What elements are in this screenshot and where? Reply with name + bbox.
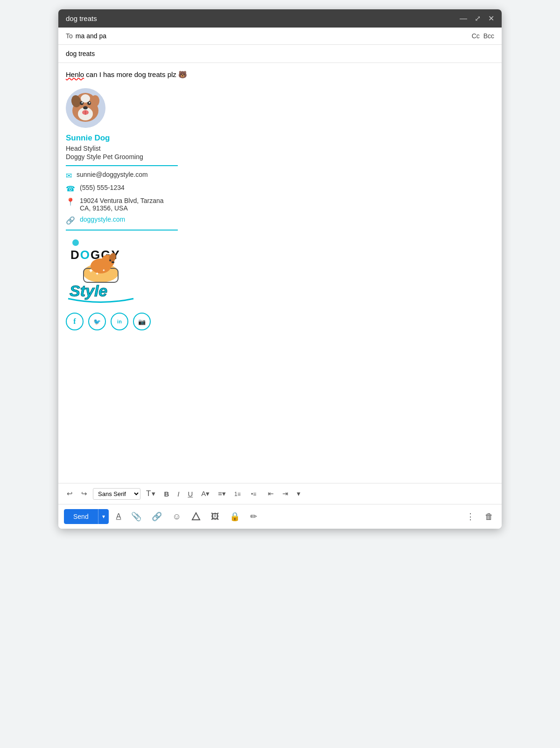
sig-address: 19024 Ventura Blvd, Tarzana CA, 91356, U… (80, 197, 164, 212)
svg-text:✦: ✦ (102, 268, 105, 273)
svg-text:•≡: •≡ (251, 491, 256, 497)
sig-divider-bottom (66, 230, 178, 231)
sig-phone-item: ☎ (555) 555-1234 (66, 184, 494, 193)
bcc-label[interactable]: Bcc (483, 32, 494, 40)
link-icon: 🔗 (66, 216, 75, 225)
to-input[interactable] (76, 32, 472, 40)
italic-button[interactable]: I (175, 488, 182, 500)
sig-company: Doggy Style Pet Grooming (66, 153, 494, 161)
svg-marker-29 (192, 513, 200, 520)
bold-button[interactable]: B (161, 488, 172, 500)
more-options-bottom-button[interactable]: ⋮ (463, 510, 477, 524)
signature-block: Sunnie Dog Head Stylist Doggy Style Pet … (66, 88, 494, 330)
insert-link-button[interactable]: 🔗 (149, 510, 165, 524)
sig-website-link[interactable]: doggystyle.com (80, 216, 125, 223)
instagram-icon-btn[interactable]: 📷 (133, 313, 151, 330)
window-title: dog treats (66, 14, 97, 22)
instagram-label: 📷 (138, 318, 146, 325)
svg-text:✦: ✦ (88, 267, 94, 274)
sig-phone: (555) 555-1234 (80, 184, 125, 191)
social-icons-row: f 🐦 in 📷 (66, 313, 494, 330)
svg-point-15 (72, 239, 79, 246)
subject-field-row (58, 45, 502, 63)
svg-point-8 (82, 102, 83, 104)
minimize-button[interactable]: — (460, 14, 467, 23)
facebook-label: f (73, 317, 76, 326)
facebook-icon-btn[interactable]: f (66, 313, 84, 330)
sig-email: sunnie@doggystyle.com (77, 171, 148, 178)
lock-button[interactable]: 🔒 (227, 510, 243, 524)
redo-button[interactable]: ↪ (78, 488, 90, 500)
email-body[interactable]: Henlo can I has more dog treats plz 🐻 (58, 63, 502, 483)
logo-area: DOGGY (66, 238, 494, 305)
format-text-button[interactable]: A (113, 510, 124, 523)
indent-more-button[interactable]: ⇥ (280, 488, 291, 500)
send-button[interactable]: Send (64, 509, 98, 524)
bottom-toolbar: Send ▾ A 📎 🔗 ☺ 🖼 🔒 ✏ ⋮ 🗑 (58, 504, 502, 529)
attach-file-button[interactable]: 📎 (128, 510, 144, 524)
avatar-circle (66, 88, 105, 128)
svg-point-10 (83, 106, 88, 110)
sig-contact-block: ✉ sunnie@doggystyle.com ☎ (555) 555-1234… (66, 171, 494, 225)
body-text: Henlo can I has more dog treats plz 🐻 (66, 70, 494, 79)
sig-website-item: 🔗 doggystyle.com (66, 216, 494, 225)
title-bar: dog treats — ⤢ ✕ (58, 9, 502, 28)
formatting-toolbar: ↩ ↪ Sans Serif Serif Monospace T▾ B I U … (58, 483, 502, 504)
sig-title: Head Stylist (66, 145, 494, 152)
signature-button[interactable]: ✏ (247, 510, 260, 524)
to-label: To (66, 32, 73, 40)
font-size-button[interactable]: T▾ (143, 487, 158, 500)
linkedin-icon-btn[interactable]: in (111, 313, 128, 330)
dog-avatar-svg (66, 88, 105, 128)
svg-text:✦: ✦ (95, 271, 99, 276)
insert-photo-button[interactable]: 🖼 (208, 510, 222, 524)
indent-less-button[interactable]: ⇤ (265, 488, 277, 500)
email-icon: ✉ (66, 171, 72, 180)
cc-label[interactable]: Cc (472, 32, 480, 40)
svg-point-13 (81, 94, 90, 103)
send-wrap: Send ▾ (64, 509, 109, 524)
numbered-list-button[interactable]: 1≡ (231, 488, 245, 500)
phone-icon: ☎ (66, 184, 75, 193)
send-dropdown-button[interactable]: ▾ (98, 509, 109, 524)
henlo-word: Henlo (66, 70, 84, 78)
bullet-list-button[interactable]: •≡ (248, 488, 262, 500)
email-compose-window: dog treats — ⤢ ✕ To Cc Bcc Henlo can I h… (58, 9, 502, 529)
close-button[interactable]: ✕ (488, 14, 494, 23)
maximize-button[interactable]: ⤢ (475, 14, 481, 23)
google-drive-button[interactable] (189, 510, 203, 523)
body-rest: can I has more dog treats plz 🐻 (84, 70, 187, 78)
align-button[interactable]: ≡▾ (215, 488, 229, 500)
cc-bcc-toggle[interactable]: Cc Bcc (472, 32, 494, 40)
svg-point-21 (109, 259, 111, 261)
to-field-row: To Cc Bcc (58, 28, 502, 45)
linkedin-label: in (117, 319, 122, 324)
twitter-label: 🐦 (93, 318, 101, 325)
undo-button[interactable]: ↩ (64, 488, 76, 500)
svg-point-9 (89, 102, 91, 104)
font-family-select[interactable]: Sans Serif Serif Monospace (93, 488, 140, 500)
sig-divider-top (66, 165, 178, 166)
sig-address-item: 📍 19024 Ventura Blvd, Tarzana CA, 91356,… (66, 197, 494, 212)
delete-button[interactable]: 🗑 (482, 510, 496, 524)
insert-emoji-button[interactable]: ☺ (169, 510, 183, 524)
sig-email-item: ✉ sunnie@doggystyle.com (66, 171, 494, 180)
svg-text:Style: Style (70, 282, 107, 300)
svg-point-22 (112, 261, 114, 263)
location-icon: 📍 (66, 197, 75, 206)
window-controls: — ⤢ ✕ (460, 14, 494, 23)
subject-input[interactable] (66, 50, 494, 57)
svg-text:1≡: 1≡ (234, 491, 241, 497)
underline-button[interactable]: U (185, 488, 196, 500)
text-color-button[interactable]: A▾ (198, 488, 212, 500)
more-options-button[interactable]: ▾ (294, 488, 303, 500)
doggy-style-logo: DOGGY (66, 238, 136, 303)
sig-name: Sunnie Dog (66, 133, 494, 143)
twitter-icon-btn[interactable]: 🐦 (88, 313, 106, 330)
